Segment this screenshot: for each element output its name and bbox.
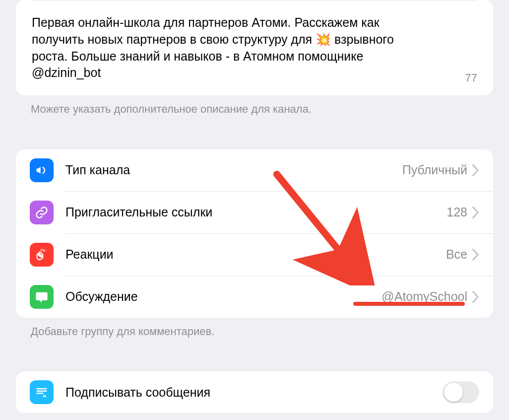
description-counter: 77: [465, 71, 477, 84]
sign-icon: [30, 380, 54, 404]
discussion-row[interactable]: Обсуждение @AtomySchool: [16, 276, 493, 318]
chevron-right-icon: [472, 164, 479, 176]
chevron-right-icon: [472, 207, 479, 218]
chevron-right-icon: [472, 291, 479, 303]
sign-messages-label: Подписывать сообщения: [65, 385, 443, 400]
description-footer: Можете указать дополнительное описание д…: [31, 102, 478, 117]
channel-description[interactable]: Первая онлайн-школа для партнеров Атоми.…: [32, 0, 477, 95]
reactions-label: Реакции: [65, 247, 446, 262]
discussion-label: Обсуждение: [65, 289, 382, 304]
channel-type-value: Публичный: [402, 163, 467, 177]
channel-type-label: Тип канала: [65, 163, 402, 177]
chevron-right-icon: [472, 249, 479, 261]
sign-messages-toggle[interactable]: [443, 381, 479, 403]
clap-icon: [30, 243, 54, 267]
settings-card: Тип канала Публичный Пригласительные ссы…: [16, 149, 493, 318]
toggle-knob: [444, 383, 463, 402]
invite-links-label: Пригласительные ссылки: [65, 205, 446, 219]
settings-footer: Добавьте группу для комментариев.: [31, 325, 478, 339]
description-card: Первая онлайн-школа для партнеров Атоми.…: [16, 0, 493, 95]
sign-messages-row[interactable]: Подписывать сообщения: [16, 371, 493, 413]
invite-links-row[interactable]: Пригласительные ссылки 128: [16, 192, 493, 233]
reactions-row[interactable]: Реакции Все: [16, 234, 493, 276]
reactions-value: Все: [446, 247, 467, 262]
megaphone-icon: [30, 158, 54, 182]
chat-icon: [30, 285, 54, 309]
discussion-value: @AtomySchool: [382, 289, 467, 304]
sign-messages-card: Подписывать сообщения: [16, 371, 493, 413]
link-icon: [30, 201, 54, 224]
invite-links-value: 128: [446, 205, 467, 219]
channel-type-row[interactable]: Тип канала Публичный: [16, 149, 493, 191]
